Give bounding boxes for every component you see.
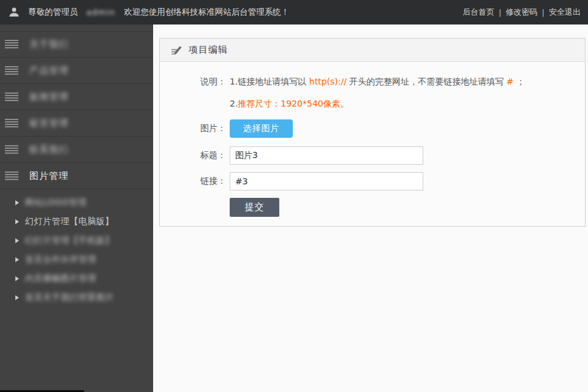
greeting-prefix: 尊敬的管理员 <box>28 7 78 18</box>
note-text-2: 2.推荐尺寸：1920*540像素。 <box>230 97 349 110</box>
arrow-right-icon <box>15 295 19 300</box>
topbar: 尊敬的管理员 admin 欢迎您使用创络科技标准网站后台管理系统！ 后台首页 |… <box>0 0 588 24</box>
submit-button[interactable]: 提交 <box>230 198 279 217</box>
note-label-spacer <box>190 97 226 110</box>
topbar-links: 后台首页 | 修改密码 | 安全退出 <box>462 7 581 18</box>
title-row: 标题： <box>190 146 585 165</box>
link-input[interactable] <box>230 172 423 190</box>
note-seg-http: http(s):// <box>309 77 347 86</box>
sidebar-subitem-partners[interactable]: 首页合作伙伴管理 <box>0 250 153 269</box>
note-text-1: 1.链接地址请填写以 http(s):// 开头的完整网址，不需要链接地址请填写… <box>230 75 525 88</box>
project-edit-panel: 项目编辑 说明： 1.链接地址请填写以 http(s):// 开头的完整网址，不… <box>159 38 586 227</box>
menu-lines-icon <box>5 172 20 181</box>
user-icon <box>9 7 20 18</box>
subitem-label: 首页关于我们背景图片 <box>25 292 114 303</box>
arrow-right-icon <box>15 200 19 205</box>
menu-lines-icon <box>5 40 20 49</box>
menu-lines-icon <box>5 92 20 102</box>
image-row: 图片： 选择图片 <box>190 119 585 138</box>
sidebar-item-label: 产品管理 <box>29 65 69 77</box>
note-seg-size: 推荐尺寸：1920*540像素。 <box>238 99 349 108</box>
note-line-2: 2.推荐尺寸：1920*540像素。 <box>190 97 585 110</box>
sidebar-subitem-slideshow-mobile[interactable]: 幻灯片管理【手机版】 <box>0 231 153 250</box>
panel-header: 项目编辑 <box>160 39 585 62</box>
sidebar-submenu: 网站LOGO管理 幻灯片管理【电脑版】 幻灯片管理【手机版】 首页合作伙伴管理 … <box>0 189 153 307</box>
image-label: 图片： <box>190 123 226 134</box>
sidebar-item-about[interactable]: 关于我们 <box>0 31 153 58</box>
subitem-label: 内页横幅图片管理 <box>25 273 96 284</box>
sidebar-item-images[interactable]: 图片管理 <box>0 163 153 189</box>
sidebar-item-label: 联系我们 <box>29 144 69 156</box>
title-label: 标题： <box>190 150 226 161</box>
sidebar-item-label: 关于我们 <box>29 39 69 50</box>
arrow-right-icon <box>15 276 19 281</box>
link-logout[interactable]: 安全退出 <box>549 7 581 18</box>
topbar-greeting: 尊敬的管理员 admin 欢迎您使用创络科技标准网站后台管理系统！ <box>7 7 289 18</box>
sidebar-item-messages[interactable]: 留言管理 <box>0 110 153 137</box>
sidebar-item-label: 新闻管理 <box>29 91 69 103</box>
title-input[interactable] <box>230 146 423 165</box>
sidebar-item-label: 留言管理 <box>29 118 69 129</box>
link-admin-home[interactable]: 后台首页 <box>462 7 494 18</box>
greeting-suffix: 欢迎您使用创络科技标准网站后台管理系统！ <box>124 7 289 18</box>
panel-title: 项目编辑 <box>189 44 228 56</box>
note-line-1: 说明： 1.链接地址请填写以 http(s):// 开头的完整网址，不需要链接地… <box>190 75 585 88</box>
sidebar: 关于我们 产品管理 新闻管理 留言管理 联系我们 图片管理 网站LOG <box>0 24 153 392</box>
link-separator: | <box>542 8 545 17</box>
admin-name-blurred: admin <box>86 7 115 17</box>
panel-body: 说明： 1.链接地址请填写以 http(s):// 开头的完整网址，不需要链接地… <box>160 62 585 226</box>
link-label: 链接： <box>190 176 226 187</box>
note-seg: 1.链接地址请填写以 <box>230 77 309 86</box>
sidebar-item-news[interactable]: 新闻管理 <box>0 84 153 110</box>
arrow-right-icon <box>15 219 19 224</box>
note-label: 说明： <box>190 75 226 88</box>
note-seg: 开头的完整网址，不需要链接地址请填写 <box>347 77 507 86</box>
sidebar-subitem-slideshow-pc[interactable]: 幻灯片管理【电脑版】 <box>0 212 153 231</box>
subitem-label: 网站LOGO管理 <box>25 197 86 208</box>
sidebar-item-label: 图片管理 <box>29 170 69 182</box>
menu-lines-icon <box>5 145 20 154</box>
note-seg-hash: # <box>507 77 514 86</box>
link-row: 链接： <box>190 172 585 190</box>
menu-lines-icon <box>5 66 20 75</box>
arrow-right-icon <box>15 238 19 243</box>
sidebar-subitem-logo[interactable]: 网站LOGO管理 <box>0 193 153 212</box>
main-content: 项目编辑 说明： 1.链接地址请填写以 http(s):// 开头的完整网址，不… <box>153 24 588 392</box>
subitem-label: 幻灯片管理【手机版】 <box>25 235 114 246</box>
edit-icon <box>171 45 183 55</box>
sidebar-item-contact[interactable]: 联系我们 <box>0 137 153 163</box>
note-seg: 2. <box>230 99 238 108</box>
menu-lines-icon <box>5 119 20 128</box>
subitem-label: 幻灯片管理【电脑版】 <box>25 216 114 227</box>
sidebar-item-products[interactable]: 产品管理 <box>0 58 153 84</box>
note-seg: ； <box>514 77 525 86</box>
sidebar-subitem-banners[interactable]: 内页横幅图片管理 <box>0 269 153 288</box>
choose-image-button[interactable]: 选择图片 <box>230 119 293 138</box>
sidebar-subitem-about-bg[interactable]: 首页关于我们背景图片 <box>0 288 153 307</box>
subitem-label: 首页合作伙伴管理 <box>25 254 96 265</box>
link-change-password[interactable]: 修改密码 <box>506 7 538 18</box>
link-separator: | <box>499 8 501 17</box>
arrow-right-icon <box>15 257 19 262</box>
